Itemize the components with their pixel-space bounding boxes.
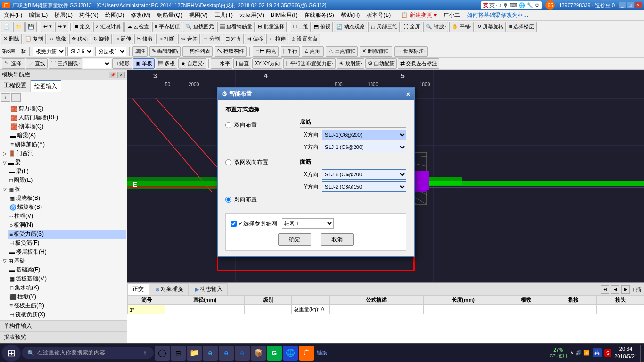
menu-edit[interactable]: 编辑(E)	[26, 10, 50, 20]
face-rebar-x-select[interactable]: SLJ-6 (C6@200)	[322, 169, 406, 180]
vertical-btn[interactable]: | 垂直	[233, 58, 251, 69]
del-axis-btn[interactable]: ✕ 删除辅轴·	[360, 46, 392, 57]
tab-project-settings[interactable]: 工程设置	[0, 80, 31, 92]
dialog-close-btn[interactable]: ×	[406, 90, 410, 98]
xy-btn[interactable]: XY XY方向	[252, 58, 282, 69]
bottom-rebar-y-select[interactable]: SLJ-1 (C6@200)	[322, 142, 406, 152]
arc-btn[interactable]: ⌒ 三点圆弧·	[49, 58, 82, 69]
trim-btn[interactable]: ✂ 修剪	[134, 34, 155, 44]
radio-bidirectional[interactable]: 双向布置	[225, 121, 290, 129]
menu-draw[interactable]: 绘图(D)	[102, 10, 127, 20]
multi-board-btn[interactable]: ▦ 多板	[156, 58, 177, 69]
single-board-btn[interactable]: ▣ 单板	[133, 58, 155, 69]
tree-item-masonry-rebar[interactable]: ≡砌体加筋(Y)	[1, 140, 126, 149]
sougou-area[interactable]: 英 英 · ♪ 🎙 ⌨ 🌐 🔧 ⚙	[481, 1, 542, 9]
delete-btn[interactable]: ✕ 删除	[1, 34, 22, 44]
move-btn[interactable]: ✥ 移动	[69, 34, 90, 44]
copy-btn[interactable]: 📋 复制	[23, 34, 46, 44]
menu-modify[interactable]: 修改(M)	[128, 10, 153, 20]
tab-report-preview[interactable]: 报表预览	[0, 332, 127, 343]
property-btn[interactable]: 属性	[132, 46, 148, 57]
swap-mark-btn[interactable]: ⇄ 交换左右标注	[398, 58, 439, 69]
menu-version[interactable]: 版本号(B)	[363, 10, 394, 20]
tab-single-component[interactable]: 单构件输入	[0, 321, 127, 332]
offset-btn[interactable]: ⇉ 偏移	[245, 34, 265, 44]
axis-checkbox-label[interactable]: ✓选择参照轴网	[231, 220, 277, 228]
taskbar-ie2[interactable]: e	[235, 346, 250, 361]
sidebar-close-btn[interactable]: ×	[117, 72, 125, 78]
three-point-btn[interactable]: △ 三点辅轴	[326, 46, 358, 57]
line-btn[interactable]: ╱ 直线	[26, 58, 48, 69]
tree-item-neg-rebar[interactable]: ⊣板负筋(F)	[8, 239, 126, 247]
tree-item-shear-wall[interactable]: 🧱剪力墙(Q)	[1, 104, 126, 113]
rotate-btn[interactable]: ↻ 屏幕旋转	[475, 22, 506, 32]
tree-item-cast-slab[interactable]: ▦现浇板(B)	[8, 194, 126, 203]
tree-item-masonry-wall[interactable]: 🧱砌体墙(Q)	[1, 122, 126, 131]
menu-help[interactable]: 帮助(H)	[338, 10, 363, 20]
menu-rebar-qty[interactable]: 钢筋量(Q)	[154, 10, 185, 20]
menu-bim[interactable]: BIM应用(I)	[268, 10, 300, 20]
top-view-btn[interactable]: ⬒ 俯视	[312, 22, 333, 32]
taskbar-app4[interactable]: 广	[299, 346, 314, 361]
select-btn[interactable]: ↖ 选择·	[2, 58, 25, 69]
edit-rebar-btn[interactable]: ✎ 编辑钢筋	[149, 46, 181, 57]
fullscreen-btn[interactable]: ⛶ 全屏	[401, 22, 422, 32]
tree-item-ring-beam[interactable]: □圈梁(E)	[8, 176, 126, 185]
sidebar-pin-btn[interactable]: 📌	[109, 72, 116, 78]
tree-item-slab-hole[interactable]: ○板洞(N)	[8, 221, 126, 230]
show-desktop-btn[interactable]	[640, 345, 642, 362]
tab-drawing-input[interactable]: 绘图输入	[31, 80, 61, 92]
custom-btn[interactable]: ★ 自定义·	[178, 58, 206, 69]
tree-item-found-beam[interactable]: ▬基础梁(F)	[8, 265, 126, 274]
horizontal-btn[interactable]: — 水平	[211, 58, 232, 69]
taskbar-explorer[interactable]: 📁	[187, 346, 202, 361]
menu-new-change[interactable]: 📋 新建变更 ▾	[398, 10, 439, 20]
minimize-btn[interactable]: _	[619, 2, 626, 8]
mirror-btn[interactable]: ↔ 镜像	[47, 34, 68, 44]
rect-btn[interactable]: □ 矩形	[112, 58, 132, 69]
open-btn[interactable]: 📁	[13, 22, 25, 32]
menu-floor[interactable]: 楼层(L)	[51, 10, 75, 20]
radio-opposite-input[interactable]	[225, 197, 231, 203]
maximize-btn[interactable]: □	[627, 2, 634, 8]
ime-indicator[interactable]: S	[604, 349, 611, 357]
align-top-btn[interactable]: ≡ 平齐板顶	[152, 22, 182, 32]
pick-comp-btn[interactable]: ⛏ 抢取构件	[215, 46, 247, 57]
merge-btn[interactable]: ⇔ 合并	[178, 34, 200, 44]
tree-item-beam[interactable]: ▬梁(L)	[8, 167, 126, 176]
taskbar-cortana[interactable]: ◯	[155, 346, 170, 361]
bottom-rebar-x-select[interactable]: SLJ-1(C6@200)	[322, 130, 406, 140]
axis-select[interactable]: 轴网-1	[282, 218, 334, 229]
length-mark-btn[interactable]: ↔ 长度标注·	[394, 46, 428, 57]
batch-select-btn[interactable]: ⊞ 批量选择	[256, 22, 287, 32]
radio-opposite[interactable]: 对向布置	[225, 196, 290, 204]
tree-item-floor-strip[interactable]: ▬楼层板带(H)	[8, 247, 126, 256]
tree-group-beam[interactable]: ▽ ▬梁	[1, 158, 126, 167]
taskbar-app1[interactable]: 📦	[251, 346, 266, 361]
tab-snap[interactable]: ⊕对象捕捉	[150, 283, 189, 295]
taskbar-app3[interactable]: 🌐	[283, 346, 298, 361]
angle-btn[interactable]: ∠ 点角·	[302, 46, 324, 57]
menu-cloud[interactable]: 云应用(V)	[237, 10, 267, 20]
layer-num-select[interactable]: 分层板1	[95, 47, 126, 56]
radio-double-net-input[interactable]	[225, 159, 231, 165]
2d-btn[interactable]: □ 二维	[291, 22, 311, 32]
menu-tools[interactable]: 工具(T)	[212, 10, 236, 20]
nav-prev[interactable]: ◀	[611, 285, 619, 294]
rebar-name-select[interactable]: SLJ-6	[67, 47, 93, 56]
menu-avatar[interactable]: 广小二	[440, 10, 463, 20]
define-btn[interactable]: ■ 定义	[73, 22, 92, 32]
tree-item-raft-neg[interactable]: ⊣筏板负筋(X)	[8, 310, 126, 319]
menu-online[interactable]: 在线服务(S)	[301, 10, 337, 20]
tree-item-col-cap[interactable]: ⌣柱帽(V)	[8, 212, 126, 221]
break-btn[interactable]: ⇸ 打断	[156, 34, 177, 44]
undo-btn[interactable]: ↩ ▾	[41, 22, 54, 32]
tree-item-col-footing[interactable]: ⬛柱墩(Y)	[8, 292, 126, 301]
tree-group-foundation[interactable]: ▽ ⊞基础	[1, 256, 126, 265]
tree-item-hidden-beam[interactable]: ▬暗梁(A)	[1, 131, 126, 140]
extend-btn[interactable]: ⇥ 延伸	[113, 34, 133, 44]
axis-checkbox[interactable]	[231, 221, 237, 227]
tab-dynamic[interactable]: ▶动态输入	[190, 283, 228, 295]
taskbar-ie[interactable]: e	[219, 346, 234, 361]
face-rebar-y-select[interactable]: SLJ-2 (C8@150)	[322, 181, 406, 192]
